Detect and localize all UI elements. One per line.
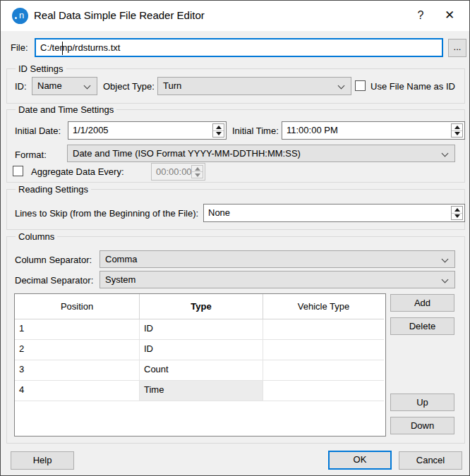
lines-to-skip-value: None [208, 207, 230, 218]
table-cell-position[interactable]: 3 [15, 360, 140, 381]
table-cell-vehicle-type[interactable] [263, 319, 384, 340]
dialog-real-data-simple-file-reader-editor: n Real Data Simple File Reader Editor ? … [0, 0, 470, 476]
column-separator-label: Column Separator: [15, 255, 92, 265]
cancel-button[interactable]: Cancel [399, 451, 462, 470]
spin-up-icon [216, 126, 222, 129]
lines-to-skip-label: Lines to Skip (from the Beginning of the… [15, 208, 198, 219]
spinner-buttons [451, 206, 463, 220]
delete-button[interactable]: Delete [390, 317, 454, 335]
initial-date-value: 1/1/2005 [73, 125, 109, 135]
table-cell-type[interactable]: Count [140, 360, 263, 381]
table-empty-area [15, 401, 384, 436]
table-cell-position[interactable]: 2 [15, 340, 140, 360]
column-header-type[interactable]: Type [140, 294, 263, 319]
initial-time-label: Initial Time: [232, 126, 279, 136]
chevron-down-icon [442, 150, 449, 157]
table-cell-type[interactable]: ID [140, 340, 263, 360]
spin-down-icon [195, 173, 200, 177]
chevron-down-icon [84, 83, 91, 90]
logo-letter: n [19, 10, 24, 20]
spin-down-icon [454, 132, 460, 135]
file-path-input[interactable]: C:/temp/rdsturns.txt [35, 38, 443, 57]
format-combobox-value: Date and Time (ISO Format YYYY-MM-DDTHH:… [73, 148, 301, 159]
spin-down-button[interactable] [452, 131, 462, 138]
chevron-down-icon [338, 83, 345, 90]
use-file-name-label: Use File Name as ID [370, 81, 455, 92]
file-path-value: C:/temp/rdsturns.txt [40, 42, 120, 53]
initial-time-value: 11:00:00 PM [287, 125, 338, 135]
initial-time-spinner[interactable]: 11:00:00 PM [282, 121, 465, 140]
format-label: Format: [15, 149, 47, 160]
chevron-down-icon [442, 256, 449, 263]
spin-down-button [192, 172, 203, 178]
aggregate-interval-spinner: 00:00:00 [151, 163, 205, 181]
aggregate-label: Aggregate Data Every: [31, 166, 124, 177]
browse-button[interactable]: ... [448, 39, 466, 57]
initial-date-spinner[interactable]: 1/1/2005 [68, 121, 227, 140]
column-header-vehicle-type[interactable]: Vehicle Type [263, 294, 384, 319]
table-cell-vehicle-type[interactable] [263, 340, 384, 360]
spin-up-button[interactable] [452, 207, 462, 214]
logo-dot [15, 17, 17, 19]
decimal-separator-combobox[interactable]: System [100, 271, 455, 288]
group-title-columns: Columns [16, 231, 57, 242]
column-separator-combobox[interactable]: Comma [100, 250, 455, 268]
up-button[interactable]: Up [390, 393, 454, 411]
spin-down-button[interactable] [213, 131, 224, 138]
group-title-reading-settings: Reading Settings [16, 184, 91, 195]
text-caret [62, 42, 63, 55]
file-label: File: [11, 42, 28, 53]
spin-down-icon [216, 132, 222, 135]
decimal-separator-label: Decimal Separator: [15, 275, 93, 286]
table-cell-position[interactable]: 4 [15, 381, 140, 401]
help-button[interactable]: Help [11, 451, 74, 470]
format-combobox[interactable]: Date and Time (ISO Format YYYY-MM-DDTHH:… [67, 145, 455, 162]
spin-down-icon [454, 214, 460, 218]
column-header-position[interactable]: Position [15, 294, 140, 319]
help-icon[interactable]: ? [412, 7, 429, 24]
object-type-label: Object Type: [103, 81, 155, 92]
spin-up-button[interactable] [213, 124, 224, 131]
spinner-buttons [212, 123, 224, 138]
group-title-id-settings: ID Settings [16, 63, 66, 74]
spinner-buttons [451, 123, 463, 138]
group-title-datetime-settings: Date and Time Settings [16, 104, 116, 115]
spin-up-button [192, 166, 203, 172]
ok-button[interactable]: OK [328, 451, 392, 470]
window-title: Real Data Simple File Reader Editor [34, 9, 205, 21]
spin-up-button[interactable] [452, 124, 462, 131]
id-label: ID: [15, 81, 27, 92]
table-cell-position[interactable]: 1 [15, 319, 140, 340]
table-cell-type[interactable]: ID [140, 319, 263, 340]
spinner-buttons [191, 165, 203, 178]
lines-to-skip-spinner[interactable]: None [203, 204, 465, 222]
table-cell-vehicle-type[interactable] [263, 381, 384, 401]
table-cell-type-selected[interactable]: Time [140, 381, 263, 401]
table-cell-vehicle-type[interactable] [263, 360, 384, 381]
down-button[interactable]: Down [390, 417, 454, 434]
initial-date-label: Initial Date: [15, 126, 61, 136]
aggregate-interval-value: 00:00:00 [156, 166, 192, 177]
add-button[interactable]: Add [390, 294, 454, 312]
columns-table: Position Type Vehicle Type 1 ID 2 ID 3 C… [14, 293, 386, 437]
spin-up-icon [454, 208, 460, 212]
spin-up-icon [195, 167, 200, 171]
use-file-name-checkbox[interactable] [355, 80, 366, 91]
column-separator-value: Comma [105, 254, 138, 264]
spin-down-button[interactable] [452, 214, 462, 220]
aggregate-checkbox[interactable] [13, 166, 23, 176]
id-combobox[interactable]: Name [32, 77, 97, 95]
object-type-combobox-value: Turn [163, 80, 181, 91]
spin-up-icon [454, 126, 460, 129]
close-icon[interactable]: ✕ [441, 7, 458, 24]
id-combobox-value: Name [37, 80, 62, 91]
object-type-combobox[interactable]: Turn [157, 77, 351, 95]
chevron-down-icon [442, 276, 449, 283]
title-bar: n Real Data Simple File Reader Editor ? … [1, 1, 469, 31]
decimal-separator-value: System [105, 274, 135, 285]
app-logo-icon: n [12, 8, 28, 24]
